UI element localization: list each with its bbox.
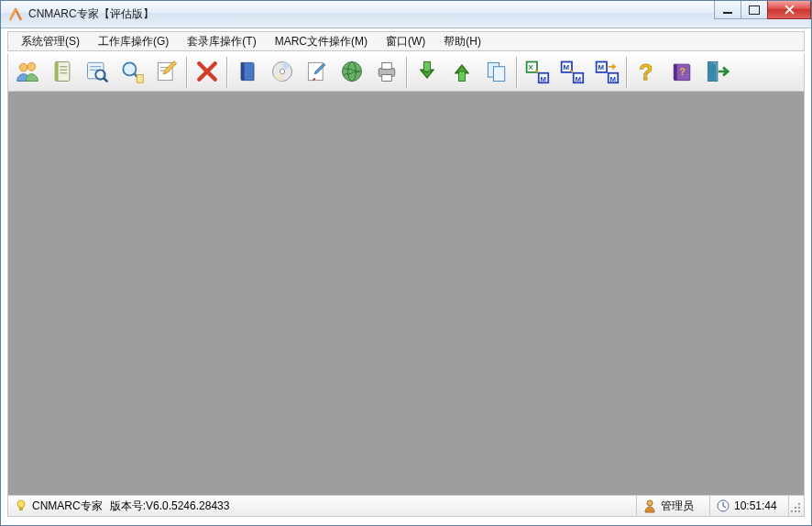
- tools-button[interactable]: [300, 56, 335, 89]
- window-controls: [715, 1, 811, 19]
- svg-rect-51: [798, 503, 800, 505]
- app-icon: [8, 7, 23, 22]
- edit-note-button[interactable]: [149, 56, 184, 89]
- export-excel-m-button[interactable]: XM: [520, 56, 554, 89]
- menu-bar: 系统管理(S) 工作库操作(G) 套录库操作(T) MARC文件操作(M) 窗口…: [7, 31, 805, 51]
- lightbulb-icon: [14, 499, 28, 513]
- disc-button[interactable]: [265, 56, 300, 89]
- status-time-cell: 10:51:44: [710, 496, 789, 516]
- svg-rect-30: [494, 66, 505, 81]
- status-user-cell: 管理员: [637, 496, 710, 516]
- svg-rect-54: [791, 510, 793, 512]
- copy-icon: [484, 59, 510, 87]
- svg-rect-52: [795, 507, 796, 509]
- menu-system[interactable]: 系统管理(S): [12, 32, 89, 51]
- book-icon: [235, 59, 260, 87]
- svg-point-22: [343, 61, 362, 81]
- svg-text:M: M: [610, 74, 617, 82]
- toolbar-separator: [186, 57, 188, 88]
- svg-rect-55: [795, 510, 796, 512]
- resize-grip[interactable]: [789, 496, 804, 516]
- delete-button[interactable]: [190, 56, 225, 89]
- find-data-button[interactable]: [80, 56, 115, 89]
- status-user-label: 管理员: [661, 499, 694, 514]
- arrow-down-green-icon: [414, 59, 440, 87]
- status-time: 10:51:44: [734, 499, 777, 512]
- svg-point-0: [19, 63, 27, 71]
- clock-icon: [716, 499, 730, 513]
- svg-rect-56: [798, 510, 800, 512]
- globe-button[interactable]: [335, 56, 369, 89]
- toolbar-separator: [626, 57, 628, 88]
- svg-text:?: ?: [679, 66, 685, 77]
- tools-icon: [304, 59, 330, 87]
- status-app-label: CNMARC专家: [32, 499, 103, 514]
- book-button[interactable]: [230, 56, 265, 89]
- svg-rect-14: [137, 74, 143, 82]
- svg-text:M: M: [563, 63, 569, 71]
- import-m-button[interactable]: MM: [554, 56, 589, 89]
- svg-line-11: [104, 78, 107, 82]
- edit-note-icon: [154, 59, 180, 87]
- printer-icon: [374, 59, 400, 87]
- delete-x-icon: [194, 59, 220, 87]
- manual-button[interactable]: ?: [664, 56, 699, 89]
- exit-door-icon: [704, 59, 730, 87]
- menu-window[interactable]: 窗口(W): [377, 32, 434, 51]
- search-zoom-button[interactable]: [115, 56, 149, 89]
- svg-point-47: [17, 500, 25, 508]
- svg-text:M: M: [541, 74, 547, 82]
- mdi-client-area: [7, 92, 805, 495]
- disc-icon: [269, 59, 295, 87]
- svg-point-1: [27, 62, 36, 71]
- status-app-cell: CNMARC专家 版本号:V6.0.5246.28433: [8, 496, 637, 516]
- svg-point-49: [647, 500, 653, 506]
- svg-rect-53: [798, 507, 800, 509]
- svg-text:?: ?: [639, 59, 653, 83]
- copy-button[interactable]: [479, 56, 514, 89]
- svg-rect-28: [459, 71, 466, 82]
- svg-rect-18: [241, 62, 245, 80]
- window-title: CNMARC专家【评估版】: [28, 6, 154, 22]
- download-button[interactable]: [410, 56, 444, 89]
- search-zoom-icon: [119, 59, 145, 87]
- svg-text:M: M: [598, 63, 604, 71]
- menu-worklib[interactable]: 工作库操作(G): [89, 32, 178, 51]
- find-data-icon: [84, 59, 110, 87]
- toolbar-separator: [516, 57, 518, 88]
- svg-point-12: [123, 62, 136, 75]
- svg-rect-25: [382, 62, 392, 69]
- close-button[interactable]: [767, 1, 811, 19]
- svg-rect-3: [55, 61, 59, 81]
- minimize-button[interactable]: [714, 1, 741, 19]
- user-icon: [642, 499, 657, 513]
- toolbar-separator: [226, 57, 228, 88]
- title-bar: CNMARC专家【评估版】: [1, 1, 811, 28]
- status-bar: CNMARC专家 版本号:V6.0.5246.28433 管理员 10:51:4…: [7, 495, 805, 517]
- export-m-icon: MM: [594, 59, 620, 87]
- notebook-button[interactable]: [45, 56, 80, 89]
- globe-icon: [339, 59, 365, 87]
- manual-book-icon: ?: [669, 59, 695, 87]
- svg-text:M: M: [576, 74, 582, 82]
- export-m-button[interactable]: MM: [589, 56, 624, 89]
- menu-marcfile[interactable]: MARC文件操作(M): [266, 32, 377, 51]
- svg-rect-26: [382, 74, 392, 81]
- menu-catalog[interactable]: 套录库操作(T): [178, 32, 265, 51]
- export-excel-m-icon: XM: [524, 59, 550, 87]
- users-button[interactable]: [10, 56, 45, 89]
- exit-button[interactable]: [699, 56, 734, 89]
- svg-text:X: X: [528, 63, 533, 71]
- users-icon: [15, 59, 40, 87]
- maximize-button[interactable]: [741, 1, 768, 19]
- notebook-icon: [49, 59, 75, 87]
- toolbar-separator: [406, 57, 408, 88]
- printer-button[interactable]: [369, 56, 404, 89]
- help-button[interactable]: ?: [630, 56, 664, 89]
- menu-help[interactable]: 帮助(H): [434, 32, 490, 51]
- upload-button[interactable]: [444, 56, 479, 89]
- svg-rect-44: [674, 64, 677, 81]
- toolbar: XM MM MM ? ?: [7, 53, 805, 92]
- help-question-icon: ?: [634, 59, 660, 87]
- status-version-label: 版本号:V6.0.5246.28433: [110, 499, 230, 514]
